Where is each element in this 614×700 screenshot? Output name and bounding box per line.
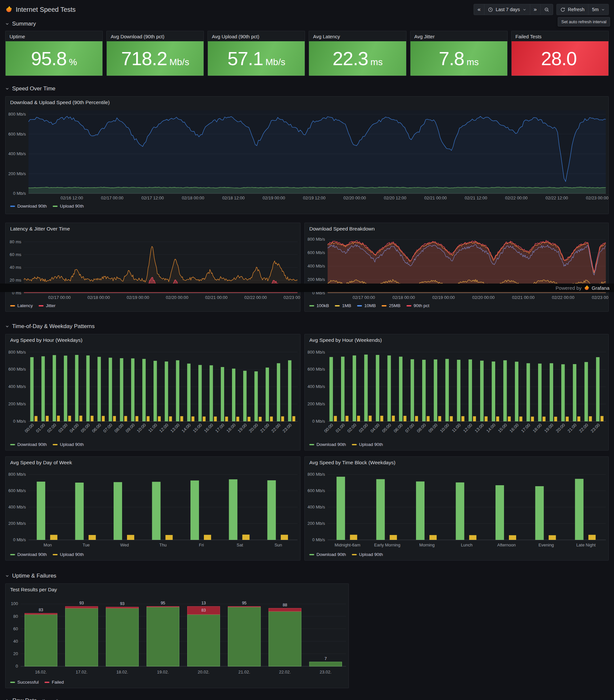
hour-weekends-chart: 0 Mb/s200 Mb/s400 Mb/s600 Mb/s800 Mb/s00…	[305, 346, 609, 440]
powered-by-bar: Powered by Grafana	[0, 284, 614, 292]
svg-text:Early Morning: Early Morning	[374, 542, 400, 547]
svg-text:200 Mb/s: 200 Mb/s	[9, 171, 26, 176]
panel-title[interactable]: Download Speed Breakdown	[305, 223, 609, 234]
stat-title[interactable]: Avg Download (90th pct)	[107, 31, 204, 41]
legend-item[interactable]: Download 90th	[309, 552, 346, 557]
time-back-button[interactable]: «	[474, 4, 484, 15]
legend-item[interactable]: 100kB	[309, 303, 329, 308]
svg-text:01:00: 01:00	[35, 423, 46, 434]
svg-text:93: 93	[79, 601, 84, 605]
panel-title[interactable]: Avg Speed by Day of Week	[5, 457, 300, 468]
legend-item[interactable]: Upload 90th	[53, 552, 84, 557]
svg-text:02/17 00:00: 02/17 00:00	[353, 295, 375, 300]
stat-panel-uptime: Uptime 95.8%	[5, 31, 103, 76]
legend-item[interactable]: 25MB	[382, 303, 400, 308]
legend-item[interactable]: Download 90th	[10, 204, 47, 209]
chart-legend: Download 90thUpload 90th	[5, 440, 300, 450]
svg-text:600 Mb/s: 600 Mb/s	[308, 250, 325, 255]
refresh-interval-dropdown[interactable]: 5m	[588, 4, 609, 15]
svg-text:0 Mb/s: 0 Mb/s	[13, 191, 26, 196]
stat-panel-failed-tests: Failed Tests 28.0	[511, 31, 609, 76]
svg-text:02/17 00:00: 02/17 00:00	[48, 295, 71, 300]
svg-text:08:00: 08:00	[416, 423, 427, 434]
chart-legend: Download 90thUpload 90th	[305, 550, 609, 560]
section-raw-data[interactable]: Raw Data (1 panel)	[5, 696, 609, 700]
svg-text:800 Mb/s: 800 Mb/s	[308, 472, 325, 477]
stat-value: 7.8ms	[410, 41, 507, 76]
svg-text:600 Mb/s: 600 Mb/s	[9, 488, 26, 493]
svg-text:80 ms: 80 ms	[10, 239, 22, 244]
svg-text:18:00: 18:00	[532, 423, 543, 434]
panel-title[interactable]: Avg Speed by Hour (Weekends)	[305, 334, 609, 346]
svg-text:800 Mb/s: 800 Mb/s	[308, 350, 325, 354]
svg-text:Tue: Tue	[82, 542, 90, 547]
svg-text:100: 100	[11, 601, 18, 606]
legend-item[interactable]: Download 90th	[309, 442, 346, 447]
hourly-row: Avg Speed by Hour (Weekdays) 0 Mb/s200 M…	[5, 334, 609, 451]
stat-title[interactable]: Uptime	[5, 31, 102, 41]
svg-text:17:00: 17:00	[520, 423, 531, 434]
svg-text:400 Mb/s: 400 Mb/s	[308, 504, 325, 510]
svg-text:20.02.: 20.02.	[198, 670, 209, 674]
legend-item[interactable]: Download 90th	[10, 552, 47, 557]
svg-text:200 Mb/s: 200 Mb/s	[9, 401, 26, 406]
panel-title[interactable]: Avg Speed by Hour (Weekdays)	[5, 334, 300, 346]
svg-text:17:00: 17:00	[214, 423, 226, 434]
legend-swatch	[53, 205, 57, 207]
legend-item[interactable]: Latency	[10, 303, 33, 308]
legend-swatch	[352, 444, 357, 445]
legend-item[interactable]: Upload 90th	[352, 552, 383, 557]
svg-text:95: 95	[161, 601, 165, 605]
svg-text:200 Mb/s: 200 Mb/s	[308, 277, 325, 282]
svg-text:06:00: 06:00	[393, 423, 404, 434]
grafana-wordmark[interactable]: Grafana	[592, 285, 610, 291]
time-range-picker[interactable]: Last 7 days	[484, 4, 529, 15]
panel-title[interactable]: Test Results per Day	[5, 584, 348, 595]
legend-item[interactable]: Failed	[44, 680, 64, 685]
svg-text:02/18 12:00: 02/18 12:00	[222, 196, 245, 200]
chart-legend: Download 90thUpload 90th	[5, 550, 300, 560]
svg-text:400 Mb/s: 400 Mb/s	[308, 384, 325, 389]
section-uptime-failures[interactable]: Uptime & Failures	[5, 570, 609, 582]
legend-item[interactable]: Upload 90th	[352, 442, 383, 447]
legend-swatch	[10, 305, 15, 307]
legend-swatch	[39, 305, 43, 307]
stat-title[interactable]: Avg Upload (90th pct)	[208, 31, 305, 41]
svg-text:400 Mb/s: 400 Mb/s	[9, 151, 26, 156]
stat-title[interactable]: Avg Jitter	[410, 31, 507, 41]
stat-title[interactable]: Failed Tests	[512, 31, 609, 41]
svg-text:22.02.: 22.02.	[279, 670, 291, 674]
panel-title[interactable]: Latency & Jitter Over Time	[5, 223, 300, 234]
legend-item[interactable]: Upload 90th	[53, 204, 84, 209]
stat-title[interactable]: Avg Latency	[309, 31, 406, 41]
section-speed-over-time[interactable]: Speed Over Time	[5, 83, 609, 94]
svg-text:60: 60	[13, 626, 18, 631]
section-patterns[interactable]: Time-of-Day & Weekday Patterns	[5, 321, 609, 332]
panel-title[interactable]: Avg Speed by Time Block (Weekdays)	[305, 457, 609, 468]
latency-breakdown-row: Latency & Jitter Over Time 0 ms20 ms40 m…	[5, 223, 609, 312]
legend-item[interactable]: Upload 90th	[53, 442, 84, 447]
chevron-down-icon	[5, 87, 9, 91]
legend-item[interactable]: Successful	[10, 680, 39, 685]
panel-title[interactable]: Download & Upload Speed (90th Percentile…	[5, 97, 609, 108]
legend-item[interactable]: 1MB	[335, 303, 351, 308]
time-forward-button[interactable]: »	[530, 4, 540, 15]
legend-item[interactable]: 90th pct	[407, 303, 430, 308]
zoom-out-button[interactable]	[540, 4, 553, 15]
svg-text:Morning: Morning	[419, 542, 435, 547]
legend-item[interactable]: 10MB	[357, 303, 376, 308]
svg-text:02/21 12:00: 02/21 12:00	[465, 196, 487, 200]
svg-text:09:00: 09:00	[125, 423, 136, 434]
refresh-button[interactable]: Refresh	[557, 4, 588, 15]
legend-swatch	[309, 554, 314, 555]
svg-text:02:00: 02:00	[346, 423, 357, 434]
dashboard-header: Internet Speed Tests « Last 7 days » Ref…	[5, 0, 609, 16]
legend-item[interactable]: Download 90th	[10, 442, 47, 447]
svg-text:12:00: 12:00	[158, 423, 169, 434]
svg-text:05:00: 05:00	[80, 423, 91, 434]
section-summary[interactable]: Summary	[5, 18, 609, 29]
svg-text:0 Mb/s: 0 Mb/s	[13, 537, 26, 542]
legend-item[interactable]: Jitter	[39, 303, 55, 308]
svg-text:02/23 00:00: 02/23 00:00	[592, 295, 609, 300]
panel-download-breakdown: Download Speed Breakdown 0 Mb/s200 Mb/s4…	[304, 223, 609, 312]
